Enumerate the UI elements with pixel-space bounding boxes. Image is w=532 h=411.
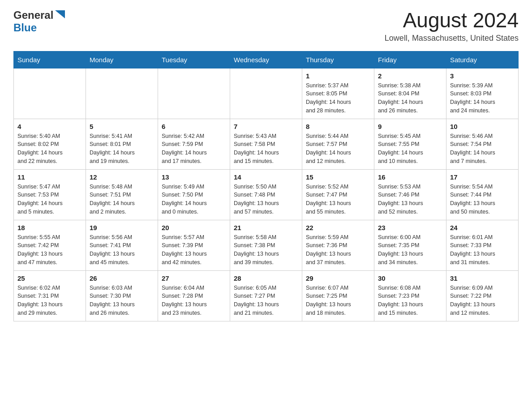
calendar-cell (158, 68, 230, 119)
day-info: Sunrise: 5:50 AM Sunset: 7:48 PM Dayligh… (234, 183, 298, 216)
calendar-cell: 19Sunrise: 5:56 AM Sunset: 7:41 PM Dayli… (86, 220, 158, 270)
day-info: Sunrise: 5:41 AM Sunset: 8:01 PM Dayligh… (90, 132, 154, 166)
day-info: Sunrise: 6:05 AM Sunset: 7:27 PM Dayligh… (234, 284, 298, 317)
calendar-cell: 25Sunrise: 6:02 AM Sunset: 7:31 PM Dayli… (14, 270, 86, 321)
calendar-cell: 5Sunrise: 5:41 AM Sunset: 8:01 PM Daylig… (86, 119, 158, 169)
day-info: Sunrise: 5:49 AM Sunset: 7:50 PM Dayligh… (162, 183, 226, 216)
calendar-cell: 11Sunrise: 5:47 AM Sunset: 7:53 PM Dayli… (14, 169, 86, 220)
day-number: 25 (17, 274, 82, 282)
calendar-header-row: SundayMondayTuesdayWednesdayThursdayFrid… (14, 51, 519, 68)
calendar-week-row: 11Sunrise: 5:47 AM Sunset: 7:53 PM Dayli… (14, 169, 519, 220)
logo: General Blue (13, 9, 65, 34)
calendar-cell: 17Sunrise: 5:54 AM Sunset: 7:44 PM Dayli… (446, 169, 519, 220)
column-header-monday: Monday (86, 51, 158, 68)
calendar-cell: 30Sunrise: 6:08 AM Sunset: 7:23 PM Dayli… (374, 270, 446, 321)
day-info: Sunrise: 5:53 AM Sunset: 7:46 PM Dayligh… (378, 183, 442, 216)
day-number: 29 (306, 274, 370, 282)
calendar-week-row: 18Sunrise: 5:55 AM Sunset: 7:42 PM Dayli… (14, 220, 519, 270)
day-number: 24 (450, 224, 515, 231)
column-header-wednesday: Wednesday (230, 51, 302, 68)
calendar-week-row: 1Sunrise: 5:37 AM Sunset: 8:05 PM Daylig… (14, 68, 519, 119)
calendar-cell: 12Sunrise: 5:48 AM Sunset: 7:51 PM Dayli… (86, 169, 158, 220)
day-number: 15 (306, 173, 370, 181)
column-header-tuesday: Tuesday (158, 51, 230, 68)
calendar-cell: 24Sunrise: 6:01 AM Sunset: 7:33 PM Dayli… (446, 220, 519, 270)
day-number: 23 (378, 224, 442, 231)
calendar-cell: 16Sunrise: 5:53 AM Sunset: 7:46 PM Dayli… (374, 169, 446, 220)
calendar-cell: 26Sunrise: 6:03 AM Sunset: 7:30 PM Dayli… (86, 270, 158, 321)
day-number: 10 (450, 123, 515, 130)
logo-general-text: General (13, 9, 53, 21)
day-info: Sunrise: 5:46 AM Sunset: 7:54 PM Dayligh… (450, 132, 515, 166)
day-info: Sunrise: 6:02 AM Sunset: 7:31 PM Dayligh… (17, 284, 82, 317)
day-info: Sunrise: 5:37 AM Sunset: 8:05 PM Dayligh… (306, 81, 370, 115)
day-number: 8 (306, 123, 370, 130)
day-number: 26 (90, 274, 154, 282)
calendar-cell: 13Sunrise: 5:49 AM Sunset: 7:50 PM Dayli… (158, 169, 230, 220)
calendar-cell: 14Sunrise: 5:50 AM Sunset: 7:48 PM Dayli… (230, 169, 302, 220)
day-number: 6 (162, 123, 226, 130)
calendar-cell: 2Sunrise: 5:38 AM Sunset: 8:04 PM Daylig… (374, 68, 446, 119)
calendar-cell: 3Sunrise: 5:39 AM Sunset: 8:03 PM Daylig… (446, 68, 519, 119)
day-info: Sunrise: 6:01 AM Sunset: 7:33 PM Dayligh… (450, 233, 515, 267)
day-number: 11 (17, 173, 82, 181)
day-number: 27 (162, 274, 226, 282)
calendar-cell (86, 68, 158, 119)
day-info: Sunrise: 5:42 AM Sunset: 7:59 PM Dayligh… (162, 132, 226, 166)
calendar-cell (14, 68, 86, 119)
page-header: General Blue August 2024 Lowell, Massach… (13, 9, 519, 43)
calendar-cell: 31Sunrise: 6:09 AM Sunset: 7:22 PM Dayli… (446, 270, 519, 321)
day-number: 1 (306, 72, 370, 80)
day-info: Sunrise: 5:56 AM Sunset: 7:41 PM Dayligh… (90, 233, 154, 267)
calendar-cell: 6Sunrise: 5:42 AM Sunset: 7:59 PM Daylig… (158, 119, 230, 169)
calendar-cell: 21Sunrise: 5:58 AM Sunset: 7:38 PM Dayli… (230, 220, 302, 270)
day-number: 22 (306, 224, 370, 231)
day-number: 13 (162, 173, 226, 181)
day-info: Sunrise: 6:03 AM Sunset: 7:30 PM Dayligh… (90, 284, 154, 317)
day-number: 17 (450, 173, 515, 181)
calendar-cell: 4Sunrise: 5:40 AM Sunset: 8:02 PM Daylig… (14, 119, 86, 169)
day-number: 18 (17, 224, 82, 231)
day-info: Sunrise: 5:57 AM Sunset: 7:39 PM Dayligh… (162, 233, 226, 267)
calendar-cell: 10Sunrise: 5:46 AM Sunset: 7:54 PM Dayli… (446, 119, 519, 169)
column-header-saturday: Saturday (446, 51, 519, 68)
calendar-cell: 9Sunrise: 5:45 AM Sunset: 7:55 PM Daylig… (374, 119, 446, 169)
column-header-friday: Friday (374, 51, 446, 68)
svg-marker-0 (55, 10, 65, 18)
day-number: 19 (90, 224, 154, 231)
day-info: Sunrise: 6:04 AM Sunset: 7:28 PM Dayligh… (162, 284, 226, 317)
day-number: 3 (450, 72, 515, 80)
calendar-cell: 27Sunrise: 6:04 AM Sunset: 7:28 PM Dayli… (158, 270, 230, 321)
day-info: Sunrise: 5:54 AM Sunset: 7:44 PM Dayligh… (450, 183, 515, 216)
day-info: Sunrise: 5:55 AM Sunset: 7:42 PM Dayligh… (17, 233, 82, 267)
day-number: 5 (90, 123, 154, 130)
day-info: Sunrise: 5:38 AM Sunset: 8:04 PM Dayligh… (378, 81, 442, 115)
calendar-cell: 18Sunrise: 5:55 AM Sunset: 7:42 PM Dayli… (14, 220, 86, 270)
calendar-cell: 7Sunrise: 5:43 AM Sunset: 7:58 PM Daylig… (230, 119, 302, 169)
calendar-week-row: 25Sunrise: 6:02 AM Sunset: 7:31 PM Dayli… (14, 270, 519, 321)
calendar-week-row: 4Sunrise: 5:40 AM Sunset: 8:02 PM Daylig… (14, 119, 519, 169)
logo-triangle-icon (55, 10, 65, 18)
title-block: August 2024 Lowell, Massachusetts, Unite… (385, 9, 519, 43)
day-info: Sunrise: 6:00 AM Sunset: 7:35 PM Dayligh… (378, 233, 442, 267)
calendar-cell: 8Sunrise: 5:44 AM Sunset: 7:57 PM Daylig… (302, 119, 374, 169)
logo-blue-text: Blue (13, 21, 37, 34)
page-subtitle: Lowell, Massachusetts, United States (385, 34, 519, 43)
day-info: Sunrise: 6:09 AM Sunset: 7:22 PM Dayligh… (450, 284, 515, 317)
day-number: 4 (17, 123, 82, 130)
calendar-cell: 23Sunrise: 6:00 AM Sunset: 7:35 PM Dayli… (374, 220, 446, 270)
day-number: 30 (378, 274, 442, 282)
day-number: 14 (234, 173, 298, 181)
day-number: 31 (450, 274, 515, 282)
calendar-cell: 28Sunrise: 6:05 AM Sunset: 7:27 PM Dayli… (230, 270, 302, 321)
day-number: 20 (162, 224, 226, 231)
day-number: 28 (234, 274, 298, 282)
day-info: Sunrise: 6:07 AM Sunset: 7:25 PM Dayligh… (306, 284, 370, 317)
calendar-table: SundayMondayTuesdayWednesdayThursdayFrid… (13, 51, 519, 321)
calendar-cell: 22Sunrise: 5:59 AM Sunset: 7:36 PM Dayli… (302, 220, 374, 270)
day-info: Sunrise: 5:48 AM Sunset: 7:51 PM Dayligh… (90, 183, 154, 216)
column-header-thursday: Thursday (302, 51, 374, 68)
day-info: Sunrise: 5:47 AM Sunset: 7:53 PM Dayligh… (17, 183, 82, 216)
column-header-sunday: Sunday (14, 51, 86, 68)
calendar-cell: 15Sunrise: 5:52 AM Sunset: 7:47 PM Dayli… (302, 169, 374, 220)
